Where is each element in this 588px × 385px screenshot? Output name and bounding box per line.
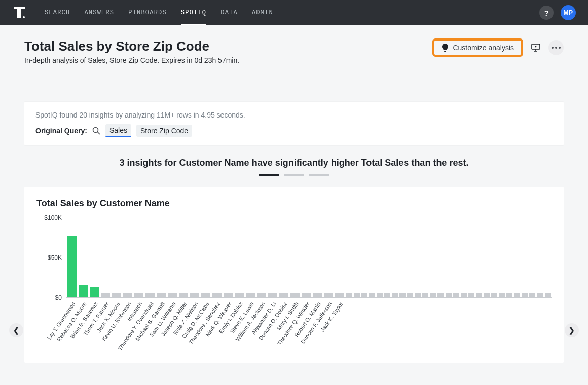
chart-bar[interactable] [235, 293, 244, 297]
svg-rect-1 [17, 9, 21, 18]
chart-bar[interactable] [212, 293, 222, 297]
chart-bar[interactable] [369, 293, 375, 297]
query-chip-sales[interactable]: Sales [105, 124, 131, 137]
chart-bar[interactable] [377, 293, 383, 297]
svg-point-2 [23, 16, 25, 18]
chart-bar[interactable] [324, 293, 333, 297]
customize-analysis-button[interactable]: Customize analysis [432, 38, 523, 57]
chart-bar[interactable] [522, 293, 528, 297]
chart-bar[interactable] [354, 293, 360, 297]
chart-title: Total Sales by Customer Name [36, 198, 552, 209]
chart-bar[interactable] [499, 293, 505, 297]
svg-point-4 [93, 128, 98, 133]
chart-bar[interactable] [545, 293, 551, 297]
chart-bar[interactable] [290, 293, 300, 297]
user-avatar[interactable]: MP [561, 5, 576, 20]
chart-y-axis: $0$50K$100K [36, 218, 65, 298]
chart-bar[interactable] [384, 293, 390, 297]
chart-bar[interactable] [179, 293, 188, 297]
chart-bar[interactable] [392, 293, 398, 297]
chart-bar[interactable] [67, 236, 77, 297]
help-icon: ? [544, 9, 548, 17]
svg-rect-0 [14, 7, 25, 9]
chart-bar[interactable] [90, 287, 99, 297]
chart-bar[interactable] [461, 293, 467, 297]
original-query-label: Original Query: [35, 127, 87, 135]
chart-x-labels: Lily T. GreenwoodRebecca O. MooreBrian B… [66, 300, 552, 356]
nav-pinboards[interactable]: PINBOARDS [128, 0, 167, 25]
pager-dot[interactable] [309, 174, 329, 176]
chart-bar[interactable] [346, 293, 352, 297]
chart-bar[interactable] [190, 293, 199, 297]
chart-bar[interactable] [79, 285, 88, 297]
next-insight-button[interactable]: ❯ [565, 323, 579, 337]
insight-pager[interactable] [24, 174, 564, 176]
insight-heading: 3 insights for Customer Name have signif… [24, 158, 564, 176]
avatar-initials: MP [564, 9, 573, 16]
chart-bar[interactable] [123, 293, 132, 297]
chart-bar[interactable] [246, 293, 255, 297]
pager-dot[interactable] [259, 174, 279, 176]
svg-line-5 [97, 132, 100, 135]
chart-bar[interactable] [361, 293, 368, 297]
page-header: Total Sales by Store Zip Code In-depth a… [24, 38, 564, 64]
chart-bar[interactable] [415, 293, 421, 297]
page-subtitle: In-depth analysis of Sales, Store Zip Co… [24, 56, 239, 64]
chart-bar[interactable] [476, 293, 482, 297]
summary-text: SpotIQ found 20 insights by analyzing 11… [35, 111, 553, 119]
y-tick: $100K [44, 214, 62, 221]
nav-spotiq[interactable]: SPOTIQ [181, 0, 206, 25]
chart-bar[interactable] [134, 293, 143, 297]
chart-bar[interactable] [257, 293, 266, 297]
summary-card: SpotIQ found 20 insights by analyzing 11… [24, 102, 564, 145]
nav-answers[interactable]: ANSWERS [84, 0, 114, 25]
nav-admin[interactable]: ADMIN [252, 0, 273, 25]
chart-bar[interactable] [468, 293, 474, 297]
y-tick: $50K [48, 254, 62, 261]
chart-bar[interactable] [313, 293, 322, 297]
chart-bar[interactable] [168, 293, 177, 297]
chart-bar[interactable] [430, 293, 436, 297]
present-icon [531, 44, 540, 52]
insight-heading-text: 3 insights for Customer Name have signif… [24, 158, 564, 168]
brand-logo[interactable] [12, 6, 26, 20]
page-title: Total Sales by Store Zip Code [24, 38, 239, 54]
chart-bar[interactable] [446, 293, 452, 297]
chart-bar[interactable] [514, 293, 520, 297]
customize-analysis-label: Customize analysis [453, 44, 514, 52]
chart-bar[interactable] [537, 293, 543, 297]
chart-bar[interactable] [506, 293, 512, 297]
chart-bar[interactable] [335, 293, 344, 297]
present-button[interactable] [528, 40, 543, 55]
chart-bar[interactable] [302, 293, 311, 297]
chart-card: Total Sales by Customer Name $0$50K$100K… [24, 187, 564, 363]
help-button[interactable]: ? [539, 6, 554, 20]
chart-bar[interactable] [437, 293, 444, 297]
chart-bar[interactable] [407, 293, 413, 297]
nav-data[interactable]: DATA [220, 0, 238, 25]
prev-insight-button[interactable]: ❮ [9, 323, 23, 337]
query-chip-zip[interactable]: Store Zip Code [136, 125, 192, 137]
chart-bar[interactable] [145, 293, 155, 297]
chart-bar[interactable] [484, 293, 490, 297]
chart-area: $0$50K$100K Lily T. GreenwoodRebecca O. … [36, 218, 552, 360]
chart-bar[interactable] [453, 293, 459, 297]
ellipsis-icon [552, 47, 561, 49]
top-nav: SEARCHANSWERSPINBOARDSSPOTIQDATAADMIN ? … [0, 0, 588, 25]
more-menu-button[interactable] [548, 40, 564, 55]
search-icon [92, 127, 100, 135]
chart-bar[interactable] [268, 293, 277, 297]
nav-search[interactable]: SEARCH [45, 0, 70, 25]
chart-bar[interactable] [491, 293, 497, 297]
chart-bar[interactable] [399, 293, 406, 297]
chart-plot [66, 218, 552, 298]
chart-bar[interactable] [422, 293, 428, 297]
pager-dot[interactable] [284, 174, 304, 176]
chart-bar[interactable] [101, 293, 110, 297]
chart-bar[interactable] [112, 293, 121, 297]
chart-bar[interactable] [529, 293, 535, 297]
chart-bar[interactable] [201, 293, 210, 297]
chart-bar[interactable] [279, 293, 288, 297]
chart-bar[interactable] [157, 293, 166, 297]
chart-bar[interactable] [224, 293, 233, 297]
